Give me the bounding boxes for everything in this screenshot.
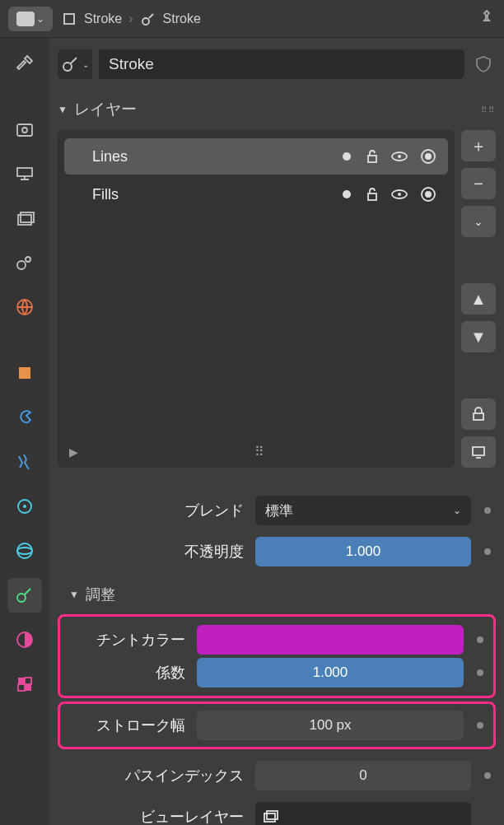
tab-render[interactable] [7, 112, 42, 147]
blend-label: ブレンド [58, 501, 247, 520]
tab-viewlayer[interactable] [7, 201, 42, 235]
svg-point-8 [26, 257, 30, 262]
tab-effects[interactable] [7, 445, 42, 479]
tint-color-field[interactable] [197, 625, 464, 655]
move-up-button[interactable]: ▲ [461, 283, 496, 315]
opacity-slider[interactable]: 1.000 [255, 537, 471, 566]
tab-data[interactable] [7, 578, 42, 613]
layer-name[interactable]: Fills [76, 186, 334, 203]
svg-rect-2 [17, 124, 32, 136]
svg-rect-10 [19, 367, 30, 379]
svg-rect-4 [17, 168, 32, 176]
add-layer-button[interactable]: ＋ [461, 130, 496, 161]
panel-drag-handle-icon[interactable]: ⠿⠿ [481, 105, 496, 114]
tab-object[interactable] [7, 356, 42, 390]
svg-rect-20 [18, 684, 25, 691]
property-tabs [0, 38, 49, 825]
svg-point-12 [23, 505, 26, 508]
svg-rect-19 [25, 678, 31, 684]
layer-item[interactable]: Fills [64, 176, 448, 212]
lock-frame-icon[interactable] [362, 186, 379, 203]
visibility-icon[interactable] [390, 147, 408, 165]
editor-type-switch[interactable]: ⌄ [8, 7, 53, 31]
svg-rect-27 [368, 193, 376, 200]
tab-modifier[interactable] [7, 400, 42, 435]
keyframe-dot[interactable] [477, 722, 483, 729]
mask-dot-icon[interactable] [343, 190, 351, 198]
remove-layer-button[interactable]: − [461, 168, 496, 199]
keyframe-dot[interactable] [484, 507, 491, 514]
stroke-width-field[interactable]: 100 px [197, 711, 464, 740]
panel-title: 調整 [86, 585, 115, 604]
move-down-button[interactable]: ▼ [461, 321, 496, 352]
svg-rect-35 [267, 811, 278, 819]
view-layer-field[interactable] [255, 802, 471, 825]
disclosure-triangle-icon: ▼ [58, 104, 68, 115]
keyframe-dot[interactable] [477, 636, 483, 643]
pass-index-field[interactable]: 0 [255, 761, 471, 790]
layers-panel-header[interactable]: ▼ レイヤー ⠿⠿ [58, 94, 496, 125]
svg-point-24 [398, 155, 401, 158]
keyframe-dot[interactable] [484, 548, 491, 555]
breadcrumb-item[interactable]: Stroke [163, 12, 201, 26]
svg-rect-22 [368, 156, 376, 162]
visibility-icon[interactable] [390, 185, 408, 203]
factor-label: 係数 [65, 663, 189, 683]
layer-name[interactable]: Lines [76, 148, 334, 165]
lock-frame-icon[interactable] [362, 148, 379, 165]
onion-skin-icon[interactable] [420, 148, 436, 165]
svg-point-14 [17, 548, 32, 554]
tab-material[interactable] [7, 622, 42, 657]
tab-tool[interactable] [7, 46, 42, 81]
layers-list[interactable]: Lines Fills [58, 130, 455, 468]
svg-rect-17 [18, 678, 25, 684]
blend-select[interactable]: 標準⌄ [255, 496, 471, 525]
shield-icon[interactable] [471, 54, 496, 74]
keyframe-dot[interactable] [477, 669, 483, 676]
adjustments-panel-header[interactable]: ▼ 調整 [58, 578, 496, 611]
svg-point-13 [17, 543, 32, 558]
tab-particles[interactable] [7, 489, 42, 524]
svg-point-3 [22, 128, 27, 133]
svg-rect-33 [473, 447, 484, 455]
object-icon [61, 11, 77, 27]
svg-point-1 [142, 18, 149, 25]
pass-index-label: パスインデックス [58, 766, 247, 785]
highlight-tint: チントカラー 係数 1.000 [58, 614, 496, 698]
svg-rect-18 [25, 684, 31, 691]
svg-rect-0 [64, 14, 74, 24]
factor-slider[interactable]: 1.000 [197, 658, 464, 688]
svg-point-31 [425, 191, 432, 198]
breadcrumb: Stroke › Stroke [61, 11, 201, 27]
resize-handle-icon[interactable]: ⠿ [254, 444, 267, 459]
tab-scene[interactable] [7, 245, 42, 280]
gpencil-icon [140, 11, 156, 27]
svg-point-15 [17, 594, 26, 602]
highlight-stroke-width: ストローク幅 100 px [58, 701, 496, 749]
tint-color-label: チントカラー [65, 630, 189, 650]
svg-point-21 [63, 63, 72, 71]
onion-skin-icon[interactable] [420, 186, 436, 203]
layer-item[interactable]: Lines [64, 138, 448, 175]
keyframe-dot[interactable] [484, 772, 491, 779]
tab-texture[interactable] [7, 667, 42, 701]
datablock-icon[interactable]: ⌄ [58, 49, 92, 79]
mask-dot-icon[interactable] [343, 152, 351, 161]
stroke-width-label: ストローク幅 [65, 715, 189, 735]
object-name-field[interactable]: Stroke [99, 49, 464, 79]
breadcrumb-item[interactable]: Stroke [84, 12, 122, 26]
svg-rect-32 [474, 413, 483, 420]
disclosure-triangle-icon: ▼ [69, 589, 79, 600]
lock-icon[interactable] [461, 399, 496, 430]
display-icon[interactable] [461, 436, 496, 468]
play-icon[interactable]: ▶ [69, 445, 78, 459]
pin-icon[interactable] [478, 8, 496, 30]
view-layer-label: ビューレイヤー [58, 807, 247, 825]
layer-menu-button[interactable]: ⌄ [461, 206, 496, 237]
svg-point-26 [425, 153, 432, 160]
svg-point-7 [17, 261, 26, 269]
tab-world[interactable] [7, 290, 42, 324]
opacity-label: 不透明度 [58, 542, 247, 562]
tab-output[interactable] [7, 156, 42, 191]
tab-physics[interactable] [7, 534, 42, 568]
